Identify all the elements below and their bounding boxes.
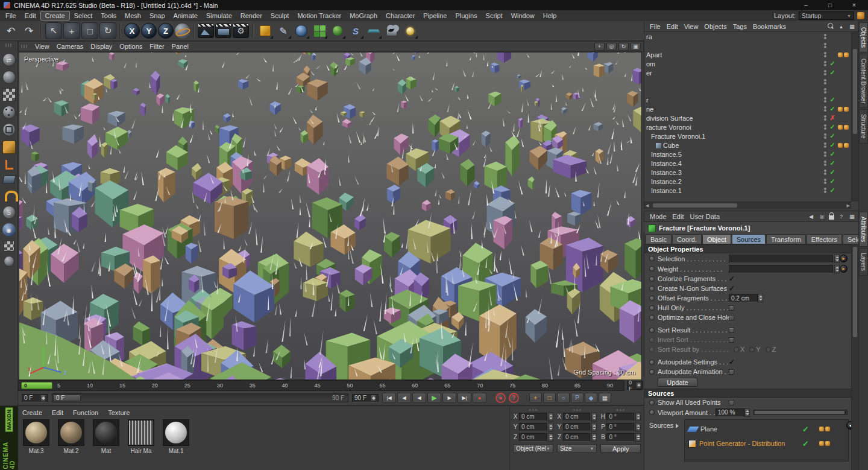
redo-icon[interactable]: ↷ — [20, 22, 37, 39]
material-thumbnail[interactable] — [58, 419, 84, 446]
pick-object-icon[interactable]: ◎ — [818, 212, 826, 220]
attribute-vscrollbar[interactable] — [851, 244, 858, 470]
offset-spinner[interactable] — [758, 294, 763, 302]
viewport-grip[interactable] — [21, 45, 28, 48]
current-frame-field[interactable]: 0 F — [627, 381, 643, 390]
viewport-amount-spinner[interactable] — [744, 408, 750, 417]
play-button[interactable]: ▶ — [427, 393, 441, 403]
start-frame-spinner[interactable] — [40, 395, 46, 402]
size-x-field[interactable]: 0 cm — [563, 413, 591, 421]
render-view-icon[interactable] — [198, 24, 214, 38]
material-thumbnail[interactable] — [128, 419, 154, 446]
enabled-check-icon[interactable]: ✓ — [828, 132, 837, 140]
pan-view-icon[interactable]: + — [594, 43, 605, 51]
weight-input[interactable] — [729, 265, 833, 273]
enabled-check-icon[interactable]: ✓ — [828, 105, 837, 113]
source-tag-icons[interactable] — [819, 427, 830, 431]
object-name[interactable]: ra — [646, 33, 822, 40]
viewport-amount-input[interactable]: 100 % — [715, 408, 744, 417]
drop-target-icon[interactable]: ▸ — [840, 255, 848, 262]
visibility-dots-icon[interactable] — [822, 160, 828, 166]
object-tag-icons[interactable] — [837, 143, 851, 148]
toolbar-separator[interactable] — [40, 24, 42, 38]
dock-tab[interactable]: Structure — [859, 109, 868, 144]
visibility-dots-icon[interactable] — [822, 151, 828, 157]
menu-item[interactable]: File — [1, 11, 20, 20]
sort-checkbox[interactable] — [729, 328, 734, 333]
object-row[interactable] — [644, 77, 851, 86]
timeline-ruler[interactable]: 0 51015202530354045505560657075808590 — [18, 380, 624, 391]
expand-arrow-icon[interactable] — [676, 424, 679, 428]
source-item[interactable]: Plane ✓ — [686, 422, 847, 436]
position-x-field[interactable]: 0 cm — [519, 413, 547, 421]
object-row[interactable]: Apart — [644, 50, 851, 59]
camera-label[interactable]: Perspective — [24, 56, 58, 63]
enabled-check-icon[interactable]: ✓ — [828, 60, 837, 68]
animation-dot-icon[interactable] — [649, 276, 655, 282]
dock-tab[interactable]: Attributes — [859, 212, 868, 247]
size-z-field[interactable]: 0 cm — [563, 433, 591, 442]
material-thumbnail[interactable] — [23, 419, 49, 446]
object-row[interactable]: r ✓ — [644, 95, 851, 104]
attribute-tab[interactable]: Selections — [843, 234, 858, 244]
record-keyframe-button[interactable]: ● — [473, 393, 486, 403]
light-icon[interactable] — [401, 22, 418, 39]
dock-tab[interactable]: Layers — [859, 248, 868, 276]
object-name[interactable]: om — [646, 60, 822, 68]
object-manager-hscrollbar[interactable]: ◀▶ — [644, 202, 851, 209]
menu-item[interactable]: Script — [482, 11, 507, 20]
viewport-menu-item[interactable]: Filter — [146, 43, 168, 50]
deformer-icon[interactable]: S — [347, 22, 364, 39]
menu-item[interactable]: Snap — [145, 11, 169, 20]
position-y-field[interactable]: 0 cm — [519, 423, 547, 431]
add-cube-icon[interactable] — [257, 22, 274, 39]
object-manager-vscrollbar[interactable] — [851, 32, 858, 202]
object-name[interactable]: Cube — [646, 142, 822, 149]
mograph-fracture-icon[interactable] — [329, 22, 346, 39]
attribute-tab[interactable]: Coord. — [672, 234, 702, 244]
source-check-icon[interactable]: ✓ — [802, 439, 809, 448]
material-thumbnail[interactable] — [93, 419, 119, 446]
object-row[interactable]: er ✓ — [644, 68, 851, 77]
menu-item[interactable]: Render — [236, 11, 266, 20]
rotation-h-spinner[interactable] — [635, 413, 641, 421]
autokey-help-button[interactable]: ? — [509, 393, 519, 403]
dock-tab[interactable]: Content Browser — [859, 54, 868, 108]
object-row[interactable]: Instance.3 ✓ — [644, 168, 851, 177]
sculpt-mode-icon[interactable]: S — [2, 206, 16, 219]
toolbar-separator[interactable] — [252, 24, 254, 38]
enabled-check-icon[interactable]: ✓ — [828, 69, 837, 77]
object-manager-menu-item[interactable]: Bookmarks — [750, 23, 789, 30]
dope-sheet-button[interactable]: ▦ — [599, 393, 611, 403]
object-row[interactable] — [644, 86, 851, 95]
attribute-tab[interactable]: Object — [702, 234, 731, 244]
help-icon[interactable]: ? — [837, 212, 845, 220]
object-manager-menu-item[interactable]: View — [681, 23, 702, 30]
object-name[interactable]: Fracture Voronoi.1 — [646, 133, 822, 140]
visibility-dots-icon[interactable] — [822, 52, 828, 57]
object-manager-menu-item[interactable]: Tags — [730, 23, 750, 30]
object-tag-icons[interactable] — [837, 125, 851, 130]
texture-paint-icon[interactable] — [4, 241, 14, 252]
history-back-icon[interactable]: ◀ — [807, 212, 815, 220]
menu-item[interactable]: Pipeline — [419, 11, 451, 20]
next-frame-button[interactable]: ▶ — [442, 393, 456, 403]
render-to-picture-icon[interactable] — [215, 24, 231, 38]
spiral-tool-icon[interactable]: ◉ — [2, 223, 16, 237]
panel-grid-icon[interactable]: ▦ — [848, 22, 856, 30]
maximize-button[interactable]: □ — [826, 2, 834, 8]
object-manager-menu-item[interactable]: File — [647, 23, 664, 30]
record-button[interactable]: ● — [495, 393, 506, 403]
menu-item[interactable]: Edit — [20, 11, 40, 20]
object-name[interactable]: racture Voronoi — [646, 124, 822, 131]
y-axis-lock-icon[interactable]: Y — [141, 23, 157, 39]
z-axis-lock-icon[interactable]: Z — [158, 23, 174, 39]
minimize-button[interactable]: – — [802, 2, 810, 8]
object-name[interactable]: er — [646, 69, 822, 77]
attribute-menu-item[interactable]: User Data — [687, 213, 723, 220]
size-y-spinner[interactable] — [591, 423, 597, 431]
material-item[interactable]: Mat.2 — [57, 419, 86, 454]
filter-icon[interactable]: ▴ — [837, 22, 845, 30]
menu-item[interactable]: Help — [539, 11, 561, 20]
object-manager-menu-item[interactable]: Objects — [701, 23, 729, 30]
